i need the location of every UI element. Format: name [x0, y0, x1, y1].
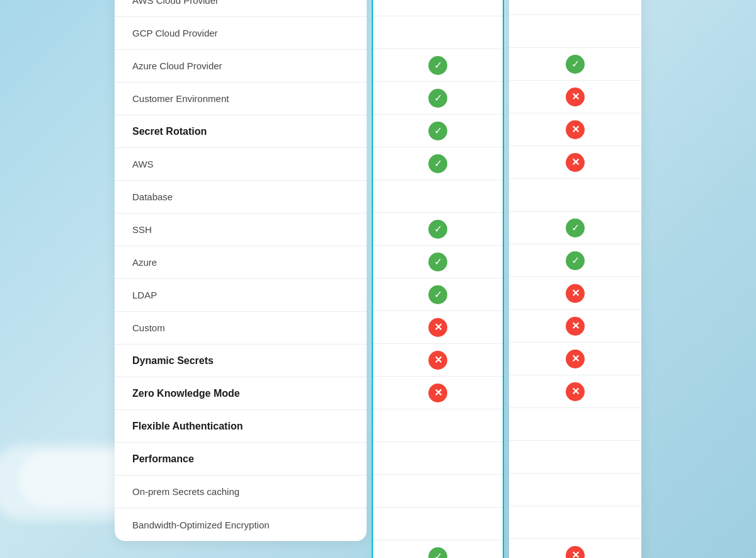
check-icon: ✓: [428, 253, 447, 271]
akeyless-column: AKEYLESS ✓✓✓✓✓✓✓✕✕✕✓✓: [372, 0, 504, 558]
aws-data-ldap: ✕: [509, 342, 641, 375]
aws-section-zero-knowledge: [509, 440, 641, 473]
akeyless-data-database: ✓: [373, 245, 503, 278]
feature-row-on-prem: On-prem Secrets caching: [115, 475, 367, 508]
check-icon: ✓: [428, 122, 447, 140]
feature-row-ssh: SSH: [115, 214, 367, 246]
check-icon: ✓: [428, 220, 447, 239]
cross-icon: ✕: [566, 317, 585, 336]
feature-row-secret-rotation: Secret Rotation: [115, 115, 367, 148]
check-icon: ✓: [566, 251, 585, 270]
feature-row-customer-env: Customer Environment: [115, 83, 367, 115]
feature-row-ldap: LDAP: [115, 279, 367, 312]
aws-section-connectivity: [509, 14, 641, 47]
feature-row-database: Database: [115, 181, 367, 214]
aws-data-azure-secret: ✕: [509, 309, 641, 342]
akeyless-data-aws-cloud: ✓: [373, 48, 503, 81]
cross-icon: ✕: [566, 153, 585, 172]
akeyless-data-customer-env: ✓: [373, 147, 503, 179]
feature-row-gcp-cloud: GCP Cloud Provider: [115, 17, 367, 50]
cross-icon: ✕: [428, 351, 447, 370]
akeyless-data-aws-secret: ✓: [373, 212, 503, 245]
aws-data-aws-secret: ✓: [509, 211, 641, 244]
feature-column: ConnectivityAWS Cloud ProviderGCP Cloud …: [115, 0, 367, 541]
feature-row-azure-secret: Azure: [115, 246, 367, 279]
aws-data-aws-cloud: ✓: [509, 47, 641, 80]
cross-icon: ✕: [566, 284, 585, 303]
aws-data-on-prem: ✕: [509, 538, 641, 558]
feature-row-flexible-auth: Flexible Authentication: [115, 410, 367, 443]
feature-row-bandwidth: Bandwidth-Optimized Encryption: [115, 508, 367, 541]
aws-data-customer-env: ✕: [509, 145, 641, 178]
check-icon: ✓: [428, 547, 447, 559]
aws-column: aws ✓✕✕✕✓✓✕✕✕✕✕✕: [509, 0, 641, 558]
akeyless-data-ldap: ✕: [373, 343, 503, 376]
akeyless-section-flexible-auth: [373, 474, 503, 507]
akeyless-data-gcp-cloud: ✓: [373, 81, 503, 114]
cross-icon: ✕: [428, 384, 447, 402]
aws-data-ssh: ✕: [509, 276, 641, 309]
aws-header: aws: [509, 0, 641, 14]
cross-icon: ✕: [566, 546, 585, 559]
aws-data-gcp-cloud: ✕: [509, 80, 641, 113]
check-icon: ✓: [428, 154, 447, 173]
akeyless-section-dynamic-secrets: [373, 409, 503, 441]
akeyless-header: AKEYLESS: [373, 0, 503, 16]
check-icon: ✓: [428, 56, 447, 75]
feature-row-aws-secret: AWS: [115, 148, 367, 181]
feature-row-performance: Performance: [115, 443, 367, 475]
aws-section-performance: [509, 506, 641, 538]
comparison-table: ConnectivityAWS Cloud ProviderGCP Cloud …: [115, 0, 641, 558]
feature-row-aws-cloud: AWS Cloud Provider: [115, 0, 367, 17]
aws-data-database: ✓: [509, 244, 641, 276]
akeyless-data-ssh: ✓: [373, 278, 503, 310]
check-icon: ✓: [566, 219, 585, 237]
aws-section-flexible-auth: [509, 473, 641, 506]
feature-row-zero-knowledge: Zero Knowledge Mode: [115, 377, 367, 410]
akeyless-section-connectivity: [373, 16, 503, 48]
aws-section-dynamic-secrets: [509, 407, 641, 440]
cross-icon: ✕: [566, 88, 585, 106]
feature-row-custom: Custom: [115, 312, 367, 344]
cross-icon: ✕: [566, 382, 585, 401]
akeyless-section-zero-knowledge: [373, 441, 503, 474]
feature-row-dynamic-secrets: Dynamic Secrets: [115, 344, 367, 377]
check-icon: ✓: [428, 89, 447, 108]
check-icon: ✓: [428, 285, 447, 304]
cross-icon: ✕: [566, 350, 585, 368]
aws-data-azure-cloud: ✕: [509, 113, 641, 145]
akeyless-data-azure-cloud: ✓: [373, 114, 503, 147]
aws-data-custom: ✕: [509, 375, 641, 407]
akeyless-data-custom: ✕: [373, 376, 503, 409]
aws-section-secret-rotation: [509, 178, 641, 211]
akeyless-data-on-prem: ✓: [373, 540, 503, 558]
akeyless-section-performance: [373, 507, 503, 540]
cross-icon: ✕: [566, 120, 585, 139]
check-icon: ✓: [566, 55, 585, 74]
akeyless-section-secret-rotation: [373, 179, 503, 212]
akeyless-data-azure-secret: ✕: [373, 310, 503, 343]
feature-row-azure-cloud: Azure Cloud Provider: [115, 50, 367, 83]
cross-icon: ✕: [428, 318, 447, 337]
